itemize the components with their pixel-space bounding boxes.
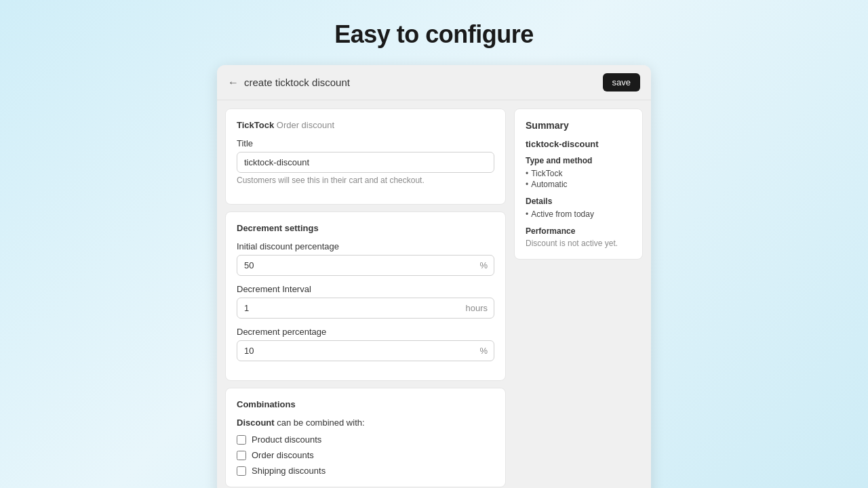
- header-title: create ticktock discount: [244, 77, 350, 88]
- header-bar: ← create ticktock discount save: [217, 65, 651, 100]
- shipping-discounts-label: Shipping discounts: [252, 466, 326, 476]
- type-item-1: Automatic: [526, 179, 631, 190]
- summary-card: Summary ticktock-discount Type and metho…: [514, 108, 643, 260]
- type-method-section: Type and method TickTock Automatic: [526, 156, 631, 190]
- decrement-percentage-group: Decrement percentage %: [237, 327, 494, 361]
- title-field-group: Title Customers will see this in their c…: [237, 138, 494, 185]
- order-discounts-label: Order discounts: [252, 450, 314, 460]
- summary-name: ticktock-discount: [526, 139, 631, 149]
- initial-discount-input-wrapper: %: [237, 255, 494, 276]
- product-discounts-item[interactable]: Product discounts: [237, 434, 494, 445]
- decrement-percentage-input[interactable]: [237, 340, 494, 361]
- checkbox-group: Product discounts Order discounts Shippi…: [237, 434, 494, 476]
- product-discounts-checkbox[interactable]: [237, 435, 246, 445]
- shipping-discounts-checkbox[interactable]: [237, 466, 246, 476]
- combinations-intro-suffix: can be combined with:: [277, 418, 364, 428]
- decrement-card: Decrement settings Initial discount perc…: [225, 211, 506, 381]
- summary-title: Summary: [526, 120, 631, 131]
- back-icon[interactable]: ←: [228, 77, 239, 89]
- details-title: Details: [526, 197, 631, 206]
- product-discounts-label: Product discounts: [252, 434, 321, 445]
- title-label: Title: [237, 138, 494, 148]
- type-method-list: TickTock Automatic: [526, 168, 631, 190]
- header-left: ← create ticktock discount: [228, 77, 350, 89]
- details-list: Active from today: [526, 209, 631, 220]
- interval-label: Decrement Interval: [237, 284, 494, 294]
- interval-input[interactable]: [237, 298, 494, 319]
- details-section: Details Active from today: [526, 197, 631, 220]
- combinations-intro: Discount can be combined with:: [237, 418, 494, 428]
- order-discounts-item[interactable]: Order discounts: [237, 450, 494, 460]
- combinations-card: Combinations Discount can be combined wi…: [225, 388, 506, 487]
- performance-section: Performance Discount is not active yet.: [526, 226, 631, 248]
- ticktock-type-label: TickTock Order discount: [237, 120, 494, 130]
- initial-discount-group: Initial discount percentage %: [237, 241, 494, 276]
- decrement-percentage-input-wrapper: %: [237, 340, 494, 361]
- type-method-title: Type and method: [526, 156, 631, 165]
- title-hint: Customers will see this in their cart an…: [237, 176, 494, 185]
- ticktock-card: TickTock Order discount Title Customers …: [225, 108, 506, 205]
- details-item-0: Active from today: [526, 209, 631, 220]
- shipping-discounts-item[interactable]: Shipping discounts: [237, 466, 494, 476]
- left-column: TickTock Order discount Title Customers …: [225, 108, 506, 488]
- type-item-0: TickTock: [526, 168, 631, 179]
- combinations-header: Combinations: [237, 399, 494, 409]
- ticktock-type: Order discount: [277, 120, 334, 130]
- app-container: ← create ticktock discount save TickTock…: [217, 65, 651, 488]
- interval-input-wrapper: hours: [237, 298, 494, 319]
- combinations-intro-prefix: Discount: [237, 418, 275, 428]
- initial-discount-input[interactable]: [237, 255, 494, 276]
- save-button[interactable]: save: [603, 73, 640, 92]
- right-column: Summary ticktock-discount Type and metho…: [514, 108, 643, 260]
- order-discounts-checkbox[interactable]: [237, 451, 246, 460]
- decrement-header: Decrement settings: [237, 223, 494, 233]
- ticktock-brand: TickTock: [237, 120, 274, 130]
- main-content: TickTock Order discount Title Customers …: [217, 100, 651, 488]
- decrement-percentage-label: Decrement percentage: [237, 327, 494, 337]
- performance-title: Performance: [526, 226, 631, 236]
- page-title: Easy to configure: [334, 20, 534, 49]
- title-input[interactable]: [237, 152, 494, 173]
- performance-text: Discount is not active yet.: [526, 239, 631, 248]
- initial-discount-label: Initial discount percentage: [237, 241, 494, 251]
- interval-group: Decrement Interval hours: [237, 284, 494, 319]
